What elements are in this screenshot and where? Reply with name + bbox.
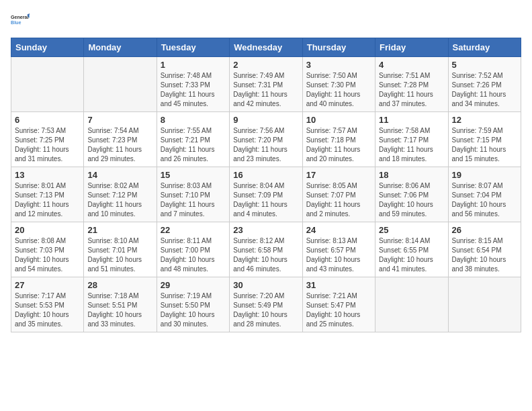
calendar-cell: 12Sunrise: 7:59 AMSunset: 7:15 PMDayligh… xyxy=(448,112,521,167)
calendar-cell: 27Sunrise: 7:17 AMSunset: 5:53 PMDayligh… xyxy=(11,277,84,332)
calendar-cell: 19Sunrise: 8:07 AMSunset: 7:04 PMDayligh… xyxy=(448,167,521,222)
day-number: 30 xyxy=(233,280,298,290)
day-info: Sunrise: 7:56 AMSunset: 7:20 PMDaylight:… xyxy=(233,126,298,164)
logo: General Blue xyxy=(11,11,30,30)
calendar-cell: 9Sunrise: 7:56 AMSunset: 7:20 PMDaylight… xyxy=(230,112,302,167)
day-info: Sunrise: 8:04 AMSunset: 7:09 PMDaylight:… xyxy=(233,181,298,219)
weekday-header: Monday xyxy=(84,38,157,57)
day-number: 27 xyxy=(15,280,80,290)
calendar-cell: 7Sunrise: 7:54 AMSunset: 7:23 PMDaylight… xyxy=(84,112,157,167)
calendar-cell: 17Sunrise: 8:05 AMSunset: 7:07 PMDayligh… xyxy=(302,167,375,222)
calendar-cell: 24Sunrise: 8:13 AMSunset: 6:57 PMDayligh… xyxy=(302,222,375,277)
day-number: 9 xyxy=(233,115,298,125)
day-info: Sunrise: 8:03 AMSunset: 7:10 PMDaylight:… xyxy=(161,181,226,219)
day-info: Sunrise: 8:14 AMSunset: 6:55 PMDaylight:… xyxy=(379,236,444,274)
calendar-cell: 21Sunrise: 8:10 AMSunset: 7:01 PMDayligh… xyxy=(84,222,157,277)
day-number: 23 xyxy=(233,225,298,235)
calendar-week-row: 1Sunrise: 7:48 AMSunset: 7:33 PMDaylight… xyxy=(11,57,521,112)
calendar-cell: 28Sunrise: 7:18 AMSunset: 5:51 PMDayligh… xyxy=(84,277,157,332)
calendar-cell: 29Sunrise: 7:19 AMSunset: 5:50 PMDayligh… xyxy=(157,277,229,332)
day-number: 6 xyxy=(15,115,80,125)
svg-text:Blue: Blue xyxy=(11,20,21,26)
calendar-cell: 2Sunrise: 7:49 AMSunset: 7:31 PMDaylight… xyxy=(230,57,302,112)
day-number: 20 xyxy=(15,225,80,235)
calendar-cell: 10Sunrise: 7:57 AMSunset: 7:18 PMDayligh… xyxy=(302,112,375,167)
calendar-cell xyxy=(448,277,521,332)
calendar-cell: 22Sunrise: 8:11 AMSunset: 7:00 PMDayligh… xyxy=(157,222,229,277)
day-number: 21 xyxy=(87,225,152,235)
calendar-cell xyxy=(375,277,448,332)
calendar-cell xyxy=(11,57,84,112)
calendar-cell: 26Sunrise: 8:15 AMSunset: 6:54 PMDayligh… xyxy=(448,222,521,277)
calendar-cell: 25Sunrise: 8:14 AMSunset: 6:55 PMDayligh… xyxy=(375,222,448,277)
calendar-cell: 3Sunrise: 7:50 AMSunset: 7:30 PMDaylight… xyxy=(302,57,375,112)
day-number: 22 xyxy=(161,225,226,235)
day-info: Sunrise: 7:54 AMSunset: 7:23 PMDaylight:… xyxy=(87,126,152,164)
day-info: Sunrise: 8:08 AMSunset: 7:03 PMDaylight:… xyxy=(15,236,80,274)
day-info: Sunrise: 7:58 AMSunset: 7:17 PMDaylight:… xyxy=(379,126,444,164)
calendar-table: SundayMondayTuesdayWednesdayThursdayFrid… xyxy=(11,38,521,332)
calendar-cell: 6Sunrise: 7:53 AMSunset: 7:25 PMDaylight… xyxy=(11,112,84,167)
calendar-cell: 8Sunrise: 7:55 AMSunset: 7:21 PMDaylight… xyxy=(157,112,229,167)
weekday-header: Wednesday xyxy=(230,38,302,57)
day-info: Sunrise: 7:20 AMSunset: 5:49 PMDaylight:… xyxy=(233,291,298,329)
day-number: 8 xyxy=(161,115,226,125)
logo-icon: General Blue xyxy=(11,11,30,30)
calendar-cell: 23Sunrise: 8:12 AMSunset: 6:58 PMDayligh… xyxy=(230,222,302,277)
calendar-cell: 13Sunrise: 8:01 AMSunset: 7:13 PMDayligh… xyxy=(11,167,84,222)
calendar-cell: 14Sunrise: 8:02 AMSunset: 7:12 PMDayligh… xyxy=(84,167,157,222)
day-number: 5 xyxy=(452,60,517,70)
calendar-cell: 31Sunrise: 7:21 AMSunset: 5:47 PMDayligh… xyxy=(302,277,375,332)
day-info: Sunrise: 7:17 AMSunset: 5:53 PMDaylight:… xyxy=(15,291,80,329)
weekday-header: Saturday xyxy=(448,38,521,57)
day-info: Sunrise: 8:06 AMSunset: 7:06 PMDaylight:… xyxy=(379,181,444,219)
calendar-cell: 15Sunrise: 8:03 AMSunset: 7:10 PMDayligh… xyxy=(157,167,229,222)
weekday-header: Thursday xyxy=(302,38,375,57)
day-info: Sunrise: 8:11 AMSunset: 7:00 PMDaylight:… xyxy=(161,236,226,274)
day-info: Sunrise: 7:19 AMSunset: 5:50 PMDaylight:… xyxy=(161,291,226,329)
day-info: Sunrise: 8:07 AMSunset: 7:04 PMDaylight:… xyxy=(452,181,517,219)
calendar-week-row: 6Sunrise: 7:53 AMSunset: 7:25 PMDaylight… xyxy=(11,112,521,167)
day-number: 14 xyxy=(87,170,152,180)
day-info: Sunrise: 7:55 AMSunset: 7:21 PMDaylight:… xyxy=(161,126,226,164)
day-number: 29 xyxy=(161,280,226,290)
day-number: 31 xyxy=(306,280,371,290)
day-info: Sunrise: 8:15 AMSunset: 6:54 PMDaylight:… xyxy=(452,236,517,274)
day-number: 12 xyxy=(452,115,517,125)
day-number: 4 xyxy=(379,60,444,70)
svg-text:General: General xyxy=(11,15,29,20)
day-info: Sunrise: 7:59 AMSunset: 7:15 PMDaylight:… xyxy=(452,126,517,164)
calendar-cell: 16Sunrise: 8:04 AMSunset: 7:09 PMDayligh… xyxy=(230,167,302,222)
day-info: Sunrise: 7:21 AMSunset: 5:47 PMDaylight:… xyxy=(306,291,371,329)
page-header: General Blue xyxy=(11,11,521,30)
day-number: 2 xyxy=(233,60,298,70)
calendar-cell: 20Sunrise: 8:08 AMSunset: 7:03 PMDayligh… xyxy=(11,222,84,277)
day-info: Sunrise: 7:52 AMSunset: 7:26 PMDaylight:… xyxy=(452,71,517,109)
day-info: Sunrise: 7:53 AMSunset: 7:25 PMDaylight:… xyxy=(15,126,80,164)
day-number: 25 xyxy=(379,225,444,235)
day-info: Sunrise: 8:12 AMSunset: 6:58 PMDaylight:… xyxy=(233,236,298,274)
day-info: Sunrise: 8:01 AMSunset: 7:13 PMDaylight:… xyxy=(15,181,80,219)
day-info: Sunrise: 7:49 AMSunset: 7:31 PMDaylight:… xyxy=(233,71,298,109)
day-number: 16 xyxy=(233,170,298,180)
calendar-cell: 4Sunrise: 7:51 AMSunset: 7:28 PMDaylight… xyxy=(375,57,448,112)
day-info: Sunrise: 8:05 AMSunset: 7:07 PMDaylight:… xyxy=(306,181,371,219)
weekday-header: Sunday xyxy=(11,38,84,57)
weekday-header: Tuesday xyxy=(157,38,229,57)
calendar-cell xyxy=(84,57,157,112)
calendar-week-row: 20Sunrise: 8:08 AMSunset: 7:03 PMDayligh… xyxy=(11,222,521,277)
calendar-week-row: 27Sunrise: 7:17 AMSunset: 5:53 PMDayligh… xyxy=(11,277,521,332)
day-number: 26 xyxy=(452,225,517,235)
day-info: Sunrise: 8:02 AMSunset: 7:12 PMDaylight:… xyxy=(87,181,152,219)
day-info: Sunrise: 8:13 AMSunset: 6:57 PMDaylight:… xyxy=(306,236,371,274)
weekday-header: Friday xyxy=(375,38,448,57)
day-info: Sunrise: 7:18 AMSunset: 5:51 PMDaylight:… xyxy=(87,291,152,329)
calendar-cell: 5Sunrise: 7:52 AMSunset: 7:26 PMDaylight… xyxy=(448,57,521,112)
calendar-cell: 11Sunrise: 7:58 AMSunset: 7:17 PMDayligh… xyxy=(375,112,448,167)
day-number: 19 xyxy=(452,170,517,180)
day-number: 17 xyxy=(306,170,371,180)
day-number: 15 xyxy=(161,170,226,180)
day-info: Sunrise: 7:51 AMSunset: 7:28 PMDaylight:… xyxy=(379,71,444,109)
day-number: 11 xyxy=(379,115,444,125)
day-number: 10 xyxy=(306,115,371,125)
